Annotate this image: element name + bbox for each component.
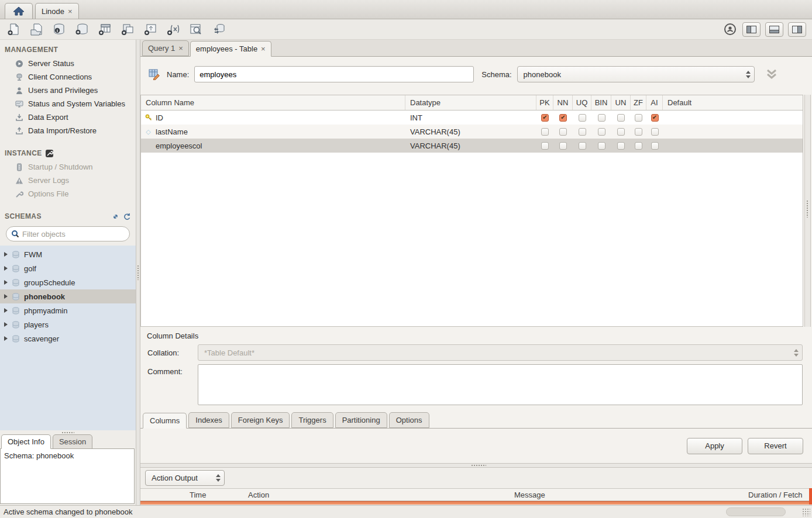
schema-item-fwm[interactable]: FWM: [0, 247, 136, 261]
schema-item-golf[interactable]: golf: [0, 261, 136, 275]
tab-options[interactable]: Options: [389, 412, 429, 428]
expand-header-chevrons-icon[interactable]: [765, 68, 779, 80]
create-procedure-icon[interactable]: [143, 22, 158, 36]
schema-item-phpmyadmin[interactable]: phpmyadmin: [0, 303, 136, 317]
sidebar-item-client-connections[interactable]: Client Connections: [0, 70, 136, 84]
header-zf[interactable]: ZF: [631, 95, 646, 110]
close-icon[interactable]: ×: [178, 44, 183, 53]
table-name-input[interactable]: [194, 66, 474, 82]
table-row-id[interactable]: ID INT: [141, 110, 803, 125]
schema-inspector-icon[interactable]: [51, 22, 67, 36]
create-function-icon[interactable]: [166, 22, 181, 36]
search-table-data-icon[interactable]: [188, 22, 204, 36]
pk-checkbox[interactable]: [541, 114, 549, 122]
connection-tab[interactable]: Linode ×: [35, 3, 79, 19]
zf-checkbox[interactable]: [635, 128, 642, 136]
sidebar-item-startup-shutdown[interactable]: Startup / Shutdown: [0, 160, 136, 174]
nn-checkbox[interactable]: [559, 142, 567, 150]
bin-checkbox[interactable]: [598, 128, 605, 136]
sidebar-item-users-privileges[interactable]: Users and Privileges: [0, 84, 136, 97]
output-scrollbar[interactable]: [809, 488, 812, 505]
header-uq[interactable]: UQ: [573, 95, 591, 110]
column-default[interactable]: [663, 110, 803, 125]
expander-icon[interactable]: [4, 308, 8, 313]
column-default[interactable]: [663, 125, 803, 139]
home-tab[interactable]: [5, 3, 33, 19]
uq-checkbox[interactable]: [579, 114, 586, 122]
filter-objects-input[interactable]: [22, 230, 125, 239]
pk-checkbox[interactable]: [541, 142, 549, 150]
pk-checkbox[interactable]: [541, 128, 549, 136]
expander-icon[interactable]: [4, 252, 8, 257]
tab-indexes[interactable]: Indexes: [188, 412, 229, 428]
ai-checkbox[interactable]: [651, 114, 659, 122]
sidebar-item-server-status[interactable]: Server Status: [0, 57, 136, 70]
expander-icon[interactable]: [4, 336, 8, 341]
action-output-selected-row[interactable]: [140, 501, 812, 505]
apply-button[interactable]: Apply: [687, 438, 742, 454]
schema-item-phonebook[interactable]: phonebook: [0, 289, 136, 303]
revert-button[interactable]: Revert: [748, 438, 803, 454]
zf-checkbox[interactable]: [635, 114, 642, 122]
tab-object-info[interactable]: Object Info: [1, 434, 51, 449]
create-view-icon[interactable]: [120, 22, 135, 36]
spinner-icon[interactable]: [746, 71, 751, 78]
toggle-right-panel-button[interactable]: [788, 22, 806, 37]
sidebar-item-status-system-variables[interactable]: Status and System Variables: [0, 97, 136, 110]
window-resize-grip[interactable]: [802, 508, 810, 516]
header-bin[interactable]: BIN: [591, 95, 611, 110]
tab-foreign-keys[interactable]: Foreign Keys: [231, 412, 290, 428]
header-time[interactable]: Time: [187, 491, 246, 499]
tab-columns[interactable]: Columns: [143, 413, 187, 429]
close-icon[interactable]: ×: [68, 7, 73, 16]
header-un[interactable]: UN: [611, 95, 631, 110]
expander-icon[interactable]: [4, 266, 8, 271]
schema-select[interactable]: phonebook: [517, 66, 755, 82]
header-datatype[interactable]: Datatype: [405, 95, 536, 110]
tab-employees-table[interactable]: employees - Table ×: [190, 41, 271, 57]
tab-partitioning[interactable]: Partitioning: [335, 412, 387, 428]
sidebar-item-data-export[interactable]: Data Export: [0, 110, 136, 124]
sidebar-item-options-file[interactable]: Options File: [0, 187, 136, 201]
toggle-left-panel-button[interactable]: [742, 22, 761, 37]
collation-select[interactable]: *Table Default*: [198, 344, 803, 361]
schema-item-groupschedule[interactable]: groupSchedule: [0, 275, 136, 289]
tab-session[interactable]: Session: [53, 434, 92, 449]
reconnect-dbms-icon[interactable]: [211, 22, 226, 36]
open-sql-script-icon[interactable]: [29, 22, 44, 36]
bin-checkbox[interactable]: [598, 114, 605, 122]
header-column-name[interactable]: Column Name: [141, 95, 405, 110]
refresh-icon[interactable]: [123, 213, 131, 220]
sidebar-item-data-import[interactable]: Data Import/Restore: [0, 124, 136, 137]
output-selector[interactable]: Action Output: [145, 470, 225, 486]
output-splitter[interactable]: [140, 463, 812, 468]
user-account-icon[interactable]: [722, 22, 738, 36]
expander-icon[interactable]: [4, 280, 8, 285]
expander-icon[interactable]: [4, 294, 8, 299]
header-nn[interactable]: NN: [553, 95, 573, 110]
un-checkbox[interactable]: [617, 114, 625, 122]
new-sql-tab-icon[interactable]: [6, 22, 21, 36]
zf-checkbox[interactable]: [635, 142, 642, 150]
sidebar-splitter[interactable]: [136, 40, 140, 505]
header-action[interactable]: Action: [246, 491, 512, 499]
nn-checkbox[interactable]: [559, 114, 567, 122]
sidebar-item-server-logs[interactable]: Server Logs: [0, 174, 136, 187]
ai-checkbox[interactable]: [651, 142, 659, 150]
expander-icon[interactable]: [4, 322, 8, 327]
schema-item-players[interactable]: players: [0, 317, 136, 331]
expand-panel-icon[interactable]: [112, 213, 119, 220]
schema-filter[interactable]: [6, 226, 130, 241]
comment-textarea[interactable]: [198, 364, 803, 405]
tab-triggers[interactable]: Triggers: [291, 412, 333, 428]
column-default[interactable]: [663, 139, 803, 153]
nn-checkbox[interactable]: [559, 128, 567, 136]
create-schema-icon[interactable]: [74, 22, 90, 36]
schema-item-scavenger[interactable]: scavenger: [0, 331, 136, 346]
table-row-employeescol[interactable]: employeescol VARCHAR(45): [141, 139, 803, 153]
grid-right-splitter[interactable]: [804, 95, 811, 327]
toggle-bottom-panel-button[interactable]: [765, 22, 783, 37]
un-checkbox[interactable]: [617, 128, 625, 136]
bin-checkbox[interactable]: [598, 142, 605, 150]
create-table-icon[interactable]: [97, 22, 112, 36]
